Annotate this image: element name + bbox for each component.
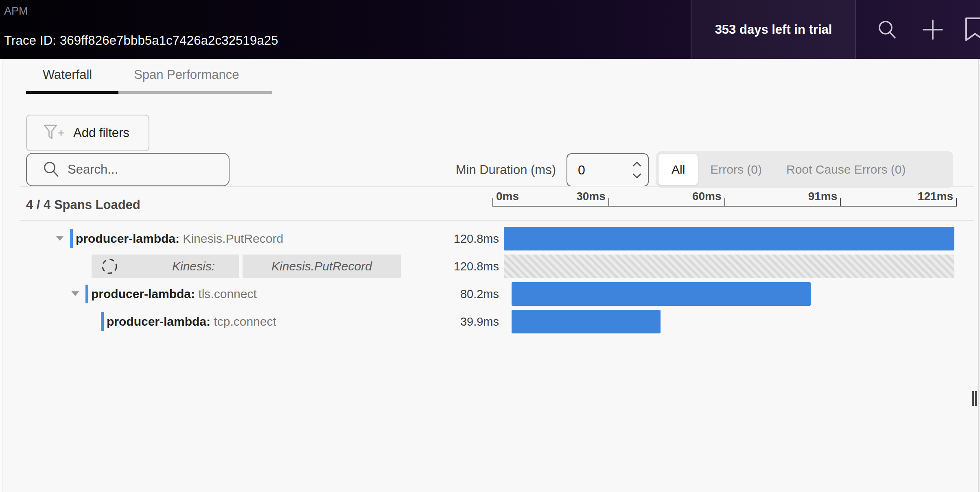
span-name: producer-lambda: tcp.connect <box>107 315 276 329</box>
span-bar-pending[interactable] <box>504 255 954 278</box>
filter-plus-icon <box>43 124 64 142</box>
ruler-tick <box>840 198 841 207</box>
span-accent-bar <box>101 312 104 331</box>
pending-span-pill: Kinesis.PutRecord <box>243 255 401 278</box>
min-duration-input[interactable] <box>578 163 623 178</box>
pending-span-operation: Kinesis.PutRecord <box>271 259 372 273</box>
tab-span-performance[interactable]: Span Performance <box>134 67 239 82</box>
panel-resize-handle[interactable] <box>972 391 977 406</box>
ruler-tick-label: 0ms <box>496 190 519 203</box>
ruler-tick <box>956 198 957 207</box>
error-filter-segmented-control: All Errors (0) Root Cause Errors (0) <box>656 151 953 188</box>
ruler-tick-label: 121ms <box>918 190 953 203</box>
span-service-name: producer-lambda: <box>91 287 195 300</box>
span-bar-lane <box>504 255 956 278</box>
span-operation-name: tcp.connect <box>210 315 276 328</box>
span-bar[interactable] <box>504 227 954 250</box>
apm-trace-page: APM Trace ID: 369ff826e7bbb5a1c7426a2c32… <box>0 0 980 492</box>
ruler-tick-label: 60ms <box>692 190 722 203</box>
stepper-down-icon[interactable] <box>632 173 641 179</box>
pending-span-pill: Kinesis: <box>92 255 239 278</box>
pending-circle-icon <box>100 257 119 276</box>
pending-span-service: Kinesis: <box>172 259 215 273</box>
top-header: APM Trace ID: 369ff826e7bbb5a1c7426a2c32… <box>0 0 980 59</box>
span-service-name: producer-lambda: <box>107 315 210 328</box>
ruler-tick <box>492 198 493 207</box>
ruler-tick-label: 91ms <box>808 190 838 203</box>
search-icon[interactable] <box>871 0 903 59</box>
tab-underline-track <box>26 91 272 94</box>
span-duration: 80.2ms <box>407 287 499 301</box>
span-search-box <box>26 153 230 186</box>
stepper-up-icon[interactable] <box>632 161 641 167</box>
span-row[interactable]: Kinesis:Kinesis.PutRecord120.8ms <box>0 255 980 278</box>
spans-loaded-status: 4 / 4 Spans Loaded <box>26 198 140 212</box>
span-name: producer-lambda: tls.connect <box>91 287 257 301</box>
span-duration: 39.9ms <box>407 315 499 329</box>
span-name: producer-lambda: Kinesis.PutRecord <box>76 232 283 246</box>
segment-root-cause-errors[interactable]: Root Cause Errors (0) <box>774 163 918 176</box>
span-duration: 120.8ms <box>407 232 499 246</box>
plus-icon[interactable] <box>917 0 949 59</box>
min-duration-field <box>567 153 649 187</box>
trial-countdown-button[interactable]: 353 days left in trial <box>691 0 856 59</box>
segment-errors[interactable]: Errors (0) <box>698 163 774 176</box>
span-service-name: producer-lambda: <box>76 232 179 245</box>
span-row[interactable]: producer-lambda: tcp.connect39.9ms <box>0 310 980 333</box>
span-operation-name: Kinesis.PutRecord <box>179 232 283 245</box>
ruler-tick <box>724 198 725 207</box>
add-filters-label: Add filters <box>73 126 129 140</box>
timeline-ruler: 0ms30ms60ms91ms121ms <box>493 187 956 207</box>
span-accent-bar <box>70 229 73 248</box>
min-duration-label: Min Duration (ms) <box>407 163 556 177</box>
tab-underline-active <box>26 91 118 94</box>
search-icon <box>42 161 60 179</box>
span-duration: 120.8ms <box>407 260 499 273</box>
chevron-down-icon[interactable] <box>55 233 65 245</box>
span-bar-lane <box>504 227 956 250</box>
span-operation-name: tls.connect <box>195 287 257 300</box>
span-bar[interactable] <box>512 310 660 333</box>
min-duration-stepper <box>632 154 641 186</box>
chevron-down-icon[interactable] <box>70 288 81 300</box>
span-row[interactable]: producer-lambda: tls.connect80.2ms <box>0 282 980 306</box>
span-bar[interactable] <box>512 282 811 306</box>
ruler-tick <box>608 198 609 207</box>
span-row[interactable]: producer-lambda: Kinesis.PutRecord120.8m… <box>0 227 980 250</box>
divider <box>20 220 974 221</box>
span-bar-lane <box>504 310 956 333</box>
span-accent-bar <box>85 285 88 303</box>
trace-id-label: Trace ID: 369ff826e7bbb5a1c7426a2c32519a… <box>4 33 278 48</box>
segment-all[interactable]: All <box>658 154 698 185</box>
search-input[interactable] <box>68 162 230 177</box>
ruler-tick-label: 30ms <box>576 190 606 203</box>
bookmark-icon[interactable] <box>964 0 980 59</box>
add-filters-button[interactable]: Add filters <box>26 115 149 151</box>
trial-countdown-label: 353 days left in trial <box>715 22 832 37</box>
tab-waterfall[interactable]: Waterfall <box>43 67 92 82</box>
span-bar-lane <box>504 282 956 306</box>
app-label: APM <box>4 5 28 17</box>
